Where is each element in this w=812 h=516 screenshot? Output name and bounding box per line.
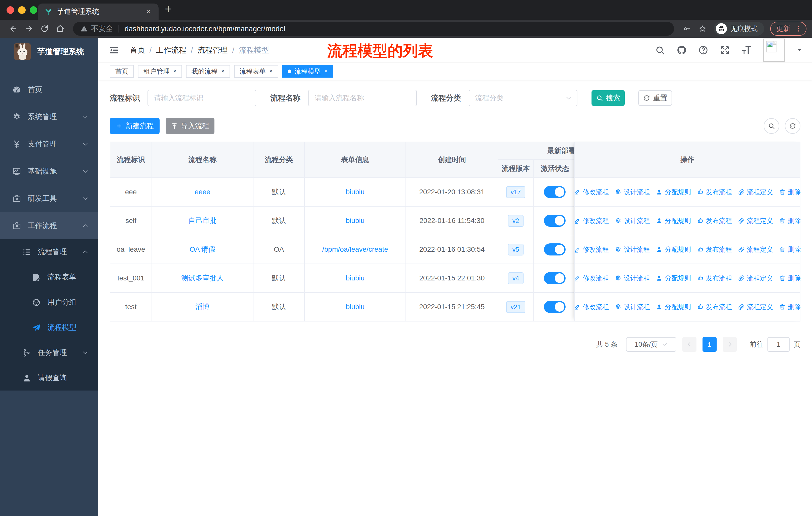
action-发布流程-link[interactable]: 发布流程 xyxy=(697,216,732,225)
form-info-link[interactable]: biubiu xyxy=(346,303,365,311)
action-修改流程-link[interactable]: 修改流程 xyxy=(574,303,609,311)
search-icon[interactable] xyxy=(655,45,665,55)
tag-close-icon[interactable]: × xyxy=(221,68,225,75)
action-发布流程-link[interactable]: 发布流程 xyxy=(697,303,732,311)
url-bar[interactable]: 不安全 dashboard.yudao.iocoder.cn/bpm/manag… xyxy=(73,22,674,36)
goto-page-input[interactable] xyxy=(767,337,790,352)
sidebar-item-infrastructure[interactable]: 基础设施 xyxy=(0,158,98,185)
zoom-window-button[interactable] xyxy=(30,6,37,14)
tag-item-0[interactable]: 首页 xyxy=(110,65,134,78)
fullscreen-icon[interactable] xyxy=(720,45,730,55)
active-toggle[interactable] xyxy=(544,186,566,198)
prev-page-button[interactable] xyxy=(683,337,696,352)
help-icon[interactable] xyxy=(698,45,708,55)
update-button[interactable]: 更新 xyxy=(770,22,807,36)
security-status[interactable]: 不安全 xyxy=(81,24,113,34)
action-发布流程-link[interactable]: 发布流程 xyxy=(697,274,732,283)
process-name-link[interactable]: 测试多审批人 xyxy=(181,273,224,283)
action-设计流程-link[interactable]: 设计流程 xyxy=(615,245,650,254)
sidebar-item-leave-query[interactable]: 请假查询 xyxy=(0,365,98,390)
action-流程定义-link[interactable]: 流程定义 xyxy=(738,274,773,283)
browser-menu-icon[interactable] xyxy=(795,25,803,32)
action-分配规则-link[interactable]: 分配规则 xyxy=(656,303,691,311)
process-name-link[interactable]: eeee xyxy=(195,188,210,196)
form-info-link[interactable]: /bpm/oa/leave/create xyxy=(322,245,388,253)
refresh-table-button[interactable] xyxy=(785,118,801,134)
tab-close-icon[interactable]: × xyxy=(144,7,152,16)
action-分配规则-link[interactable]: 分配规则 xyxy=(656,245,691,254)
next-page-button[interactable] xyxy=(723,337,737,352)
form-info-link[interactable]: biubiu xyxy=(346,217,365,225)
tag-close-icon[interactable]: × xyxy=(324,68,328,75)
action-删除-link[interactable]: 删除 xyxy=(779,274,801,283)
action-发布流程-link[interactable]: 发布流程 xyxy=(697,245,732,254)
collapse-sidebar-icon[interactable] xyxy=(109,45,119,55)
page-size-select[interactable]: 10条/页 xyxy=(626,337,676,352)
user-avatar[interactable] xyxy=(763,38,785,62)
action-删除-link[interactable]: 删除 xyxy=(779,245,801,254)
tag-item-1[interactable]: 租户管理× xyxy=(138,65,182,78)
bookmark-star-icon[interactable] xyxy=(699,25,706,32)
page-number-button[interactable]: 1 xyxy=(702,337,717,352)
action-流程定义-link[interactable]: 流程定义 xyxy=(738,245,773,254)
search-button[interactable]: 搜索 xyxy=(591,90,625,106)
active-toggle[interactable] xyxy=(544,243,566,255)
action-设计流程-link[interactable]: 设计流程 xyxy=(615,216,650,225)
sidebar-item-home[interactable]: 首页 xyxy=(0,76,98,103)
action-修改流程-link[interactable]: 修改流程 xyxy=(574,245,609,254)
user-menu-caret-icon[interactable] xyxy=(796,47,803,53)
process-name-link[interactable]: 自己审批 xyxy=(188,216,217,225)
browser-tab[interactable]: 芋道管理系统 × xyxy=(38,3,158,20)
new-tab-button[interactable]: + xyxy=(165,2,172,16)
minimize-window-button[interactable] xyxy=(18,6,26,14)
process-name-link[interactable]: 滔博 xyxy=(196,302,210,312)
reset-button[interactable]: 重置 xyxy=(638,90,672,106)
sidebar-item-process-model[interactable]: 流程模型 xyxy=(0,315,98,340)
breadcrumb-item[interactable]: 流程管理 xyxy=(198,45,228,55)
tag-item-4[interactable]: 流程模型× xyxy=(282,65,333,78)
action-删除-link[interactable]: 删除 xyxy=(779,216,801,225)
sidebar-item-task-mgmt[interactable]: 任务管理 xyxy=(0,340,98,365)
tag-close-icon[interactable]: × xyxy=(269,68,272,75)
tag-item-2[interactable]: 我的流程× xyxy=(186,65,230,78)
action-设计流程-link[interactable]: 设计流程 xyxy=(615,188,650,196)
action-流程定义-link[interactable]: 流程定义 xyxy=(738,188,773,196)
process-name-link[interactable]: OA 请假 xyxy=(190,245,215,254)
close-window-button[interactable] xyxy=(6,6,14,14)
sidebar-item-payment[interactable]: 支付管理 xyxy=(0,131,98,158)
sidebar-item-workflow[interactable]: 工作流程 xyxy=(0,212,98,239)
sidebar-item-process-mgmt[interactable]: 流程管理 xyxy=(0,239,98,265)
process-category-select[interactable]: 流程分类 xyxy=(469,90,577,106)
tag-close-icon[interactable]: × xyxy=(173,68,176,75)
action-流程定义-link[interactable]: 流程定义 xyxy=(738,216,773,225)
breadcrumb-item[interactable]: 首页 xyxy=(130,45,145,55)
action-删除-link[interactable]: 删除 xyxy=(779,188,801,196)
form-info-link[interactable]: biubiu xyxy=(346,274,365,282)
action-修改流程-link[interactable]: 修改流程 xyxy=(574,188,609,196)
github-icon[interactable] xyxy=(676,45,687,55)
key-icon[interactable] xyxy=(683,25,691,32)
action-修改流程-link[interactable]: 修改流程 xyxy=(574,274,609,283)
font-size-icon[interactable] xyxy=(742,45,752,55)
action-设计流程-link[interactable]: 设计流程 xyxy=(615,274,650,283)
action-修改流程-link[interactable]: 修改流程 xyxy=(574,216,609,225)
form-info-link[interactable]: biubiu xyxy=(346,188,365,196)
sidebar-item-process-form[interactable]: 流程表单 xyxy=(0,265,98,290)
active-toggle[interactable] xyxy=(544,272,566,284)
active-toggle[interactable] xyxy=(544,215,566,227)
forward-icon[interactable] xyxy=(21,24,37,33)
tag-item-3[interactable]: 流程表单× xyxy=(234,65,278,78)
action-删除-link[interactable]: 删除 xyxy=(779,303,801,311)
action-流程定义-link[interactable]: 流程定义 xyxy=(738,303,773,311)
sidebar-item-system[interactable]: 系统管理 xyxy=(0,103,98,131)
reload-icon[interactable] xyxy=(37,24,52,33)
back-icon[interactable] xyxy=(5,24,21,33)
active-toggle[interactable] xyxy=(544,301,566,313)
action-设计流程-link[interactable]: 设计流程 xyxy=(615,303,650,311)
toggle-search-button[interactable] xyxy=(764,118,779,134)
create-process-button[interactable]: 新建流程 xyxy=(110,118,160,134)
process-key-input[interactable] xyxy=(147,90,256,106)
home-icon[interactable] xyxy=(52,24,68,33)
action-发布流程-link[interactable]: 发布流程 xyxy=(697,188,732,196)
breadcrumb-item[interactable]: 工作流程 xyxy=(156,45,186,55)
